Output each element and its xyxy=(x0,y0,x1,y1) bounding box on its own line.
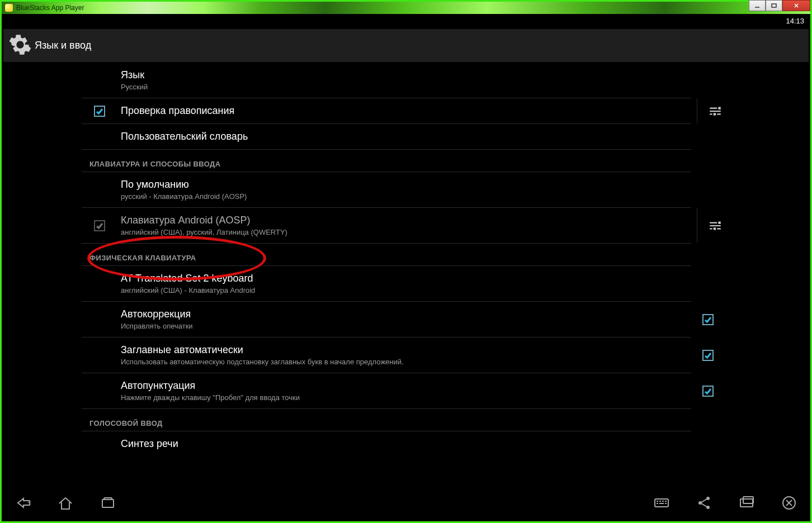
row-subtitle: Нажмите дважды клавишу "Пробел" для ввод… xyxy=(121,393,691,402)
row-subtitle: Использовать автоматическую подстановку … xyxy=(121,358,691,366)
window-titlebar: BlueStacks App Player xyxy=(2,2,810,14)
row-autopunct[interactable]: Автопунктуация Нажмите дважды клавишу "П… xyxy=(82,373,691,409)
svg-rect-1 xyxy=(772,4,776,7)
app-icon xyxy=(5,4,13,12)
android-navbar xyxy=(3,488,809,520)
row-title: Автопунктуация xyxy=(121,380,691,392)
row-autocorrect[interactable]: Автокоррекция Исправлять опечатки xyxy=(82,302,691,337)
home-icon[interactable] xyxy=(57,495,74,514)
section-voice-input: ГОЛОСОВОЙ ВВОД xyxy=(82,409,691,431)
svg-rect-12 xyxy=(659,503,664,504)
row-at-translated-keyboard[interactable]: AT Translated Set 2 keyboard английский … xyxy=(82,266,691,302)
window-maximize-button[interactable] xyxy=(766,0,782,11)
row-user-dictionary[interactable]: Пользовательский словарь xyxy=(82,124,691,150)
android-keyboard-checkbox xyxy=(94,220,105,231)
svg-rect-7 xyxy=(657,501,658,502)
spellcheck-checkbox[interactable] xyxy=(94,106,105,117)
row-subtitle: Русский xyxy=(121,83,691,91)
row-spellcheck[interactable]: Проверка правописания xyxy=(82,98,691,124)
row-title: Синтез речи xyxy=(121,438,691,450)
section-physical-keyboard: ФИЗИЧЕСКАЯ КЛАВИАТУРА xyxy=(82,244,691,266)
svg-rect-11 xyxy=(657,503,658,504)
row-title: Заглавные автоматически xyxy=(121,344,691,356)
row-title: Автокоррекция xyxy=(121,308,691,320)
settings-sliders-button[interactable] xyxy=(697,208,733,243)
window-minimize-button[interactable] xyxy=(749,0,766,11)
row-autocap[interactable]: Заглавные автоматически Использовать авт… xyxy=(82,337,691,373)
svg-rect-13 xyxy=(665,503,667,504)
row-title: Пользовательский словарь xyxy=(121,131,691,142)
autopunct-checkbox[interactable] xyxy=(702,386,714,397)
autocap-checkbox[interactable] xyxy=(702,350,714,361)
svg-rect-20 xyxy=(743,497,753,503)
action-bar[interactable]: Язык и ввод xyxy=(3,29,809,63)
svg-rect-9 xyxy=(662,501,664,502)
settings-sliders-button[interactable] xyxy=(697,98,733,123)
svg-rect-5 xyxy=(104,498,112,500)
svg-rect-8 xyxy=(659,501,661,502)
back-icon[interactable] xyxy=(15,495,31,514)
section-keyboard-input: КЛАВИАТУРА И СПОСОБЫ ВВОДА xyxy=(82,150,691,172)
gear-icon xyxy=(9,34,31,58)
row-android-keyboard[interactable]: Клавиатура Android (AOSP) английский (СШ… xyxy=(82,208,691,244)
autocorrect-checkbox[interactable] xyxy=(702,314,714,325)
settings-list: Язык Русский Проверка правописания xyxy=(3,63,809,488)
row-subtitle: Исправлять опечатки xyxy=(121,322,691,330)
svg-rect-4 xyxy=(102,500,114,507)
close-circle-icon[interactable] xyxy=(781,495,797,514)
row-title: По умолчанию xyxy=(121,179,691,191)
row-subtitle: русский - Клавиатура Android (AOSP) xyxy=(121,192,691,201)
recent-apps-icon[interactable] xyxy=(100,495,116,514)
window-close-button[interactable] xyxy=(782,0,810,11)
row-tts[interactable]: Синтез речи xyxy=(82,431,691,457)
row-language[interactable]: Язык Русский xyxy=(82,63,691,98)
row-subtitle: английский (США) - Клавиатура Android xyxy=(121,286,691,294)
row-title: AT Translated Set 2 keyboard xyxy=(121,273,691,284)
svg-rect-10 xyxy=(665,501,667,502)
page-title: Язык и ввод xyxy=(35,40,91,51)
keyboard-icon[interactable] xyxy=(653,495,670,514)
row-default-keyboard[interactable]: По умолчанию русский - Клавиатура Androi… xyxy=(82,172,691,208)
svg-line-17 xyxy=(701,499,707,502)
status-bar-clock: 14:13 xyxy=(786,17,804,25)
share-icon[interactable] xyxy=(696,495,712,514)
window-title: BlueStacks App Player xyxy=(16,4,84,12)
row-subtitle: английский (США), русский, Латиница (QWE… xyxy=(121,228,691,236)
row-title: Проверка правописания xyxy=(121,105,691,117)
row-title: Язык xyxy=(121,69,691,81)
row-title: Клавиатура Android (AOSP) xyxy=(121,215,691,226)
fullscreen-icon[interactable] xyxy=(738,495,755,514)
svg-line-18 xyxy=(701,503,707,507)
